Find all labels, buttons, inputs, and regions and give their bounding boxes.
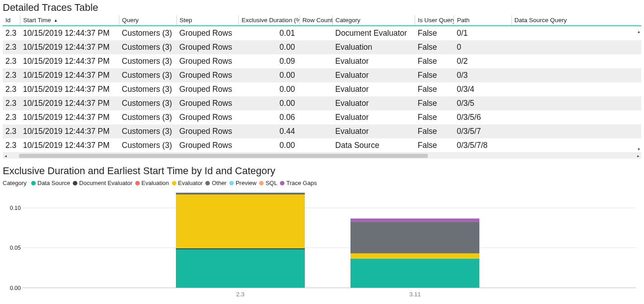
column-header[interactable]: Data Source Query: [511, 15, 641, 26]
legend-item[interactable]: SQL: [259, 180, 277, 186]
legend-label: Preview: [236, 180, 256, 186]
table-cell: 0.09: [239, 54, 299, 68]
x-axis-tick: 3.11: [409, 291, 421, 298]
column-header[interactable]: Step: [177, 15, 239, 26]
traces-table[interactable]: IdStart Time▲QueryStepExclusive Duration…: [3, 15, 641, 152]
table-cell: False: [415, 26, 454, 40]
bar-segment[interactable]: [176, 195, 305, 249]
legend-dot-icon: [172, 181, 176, 185]
table-cell: 2.3: [3, 110, 20, 124]
column-header[interactable]: Is User Query: [415, 15, 454, 26]
table-cell: [511, 124, 641, 138]
table-cell: 10/15/2019 12:44:37 PM: [20, 82, 119, 96]
x-axis-tick: 2.3: [236, 291, 244, 298]
table-row[interactable]: 2.310/15/2019 12:44:37 PMCustomers (3)Gr…: [3, 110, 641, 124]
table-cell: False: [415, 110, 454, 124]
table-cell: 0/3/5: [454, 96, 511, 110]
legend-label: Other: [212, 180, 227, 186]
legend-item[interactable]: Document Evaluator: [73, 180, 133, 186]
chart-title: Exclusive Duration and Earliest Start Ti…: [3, 165, 641, 177]
table-row[interactable]: 2.310/15/2019 12:44:37 PMCustomers (3)Gr…: [3, 138, 641, 152]
bar-segment[interactable]: [350, 253, 479, 259]
table-row[interactable]: 2.310/15/2019 12:44:37 PMCustomers (3)Gr…: [3, 96, 641, 110]
table-cell: [299, 26, 332, 40]
chart-legend: Category Data SourceDocument EvaluatorEv…: [3, 180, 641, 187]
column-header[interactable]: Exclusive Duration (%): [239, 15, 299, 26]
table-cell: 0/3/5/7: [454, 124, 511, 138]
table-cell: Grouped Rows: [177, 124, 239, 138]
legend-item[interactable]: Evaluator: [172, 180, 203, 186]
grid-line: [23, 287, 636, 288]
column-header[interactable]: Start Time▲: [20, 15, 119, 26]
column-header[interactable]: Category: [332, 15, 415, 26]
table-cell: 10/15/2019 12:44:37 PM: [20, 138, 119, 152]
bar-segment[interactable]: [350, 222, 479, 253]
table-cell: 0/1: [454, 26, 511, 40]
table-cell: False: [415, 40, 454, 54]
table-row[interactable]: 2.310/15/2019 12:44:37 PMCustomers (3)Gr…: [3, 82, 641, 96]
legend-dot-icon: [205, 181, 210, 185]
table-cell: Grouped Rows: [177, 110, 239, 124]
table-cell: Evaluator: [332, 54, 415, 68]
table-row[interactable]: 2.310/15/2019 12:44:37 PMCustomers (3)Gr…: [3, 26, 641, 40]
scroll-left-icon[interactable]: ◂: [5, 153, 7, 158]
table-cell: Grouped Rows: [177, 26, 239, 40]
legend-label: Trace Gaps: [286, 180, 317, 186]
table-cell: 2.3: [3, 96, 20, 110]
scroll-up-icon[interactable]: ▴: [638, 29, 640, 34]
table-cell: Evaluator: [332, 82, 415, 96]
legend-item[interactable]: Preview: [229, 180, 256, 186]
table-cell: 0/2: [454, 54, 511, 68]
stacked-bar-chart[interactable]: 0.000.050.10 2.33.11: [3, 192, 641, 301]
horizontal-scrollbar[interactable]: ◂ ▸: [3, 152, 641, 159]
table-cell: [299, 54, 332, 68]
legend-item[interactable]: Data Source: [31, 180, 70, 186]
legend-dot-icon: [229, 181, 234, 185]
table-cell: 0.44: [239, 124, 299, 138]
scroll-thumb[interactable]: [19, 154, 428, 158]
table-cell: [299, 96, 332, 110]
table-cell: 2.3: [3, 26, 20, 40]
bar-segment[interactable]: [176, 193, 305, 195]
legend-item[interactable]: Evaluation: [135, 180, 169, 186]
table-cell: [511, 82, 641, 96]
table-cell: Customers (3): [119, 110, 176, 124]
y-axis-tick: 0.05: [10, 245, 21, 251]
table-row[interactable]: 2.310/15/2019 12:44:37 PMCustomers (3)Gr…: [3, 54, 641, 68]
table-cell: 2.3: [3, 68, 20, 82]
table-row[interactable]: 2.310/15/2019 12:44:37 PMCustomers (3)Gr…: [3, 68, 641, 82]
table-cell: 2.3: [3, 54, 20, 68]
scroll-right-icon[interactable]: ▸: [637, 153, 639, 158]
table-cell: 0/3: [454, 68, 511, 82]
column-header[interactable]: Path: [454, 15, 511, 26]
sort-asc-icon: ▲: [54, 18, 58, 23]
table-cell: Customers (3): [119, 26, 176, 40]
legend-dot-icon: [280, 181, 284, 185]
table-cell: False: [415, 68, 454, 82]
bar-segment[interactable]: [176, 248, 305, 249]
legend-item[interactable]: Trace Gaps: [280, 180, 317, 186]
table-cell: Evaluator: [332, 110, 415, 124]
table-cell: Evaluator: [332, 96, 415, 110]
table-row[interactable]: 2.310/15/2019 12:44:37 PMCustomers (3)Gr…: [3, 40, 641, 54]
table-cell: [299, 124, 332, 138]
bar-segment[interactable]: [176, 249, 305, 287]
legend-item[interactable]: Other: [205, 180, 227, 186]
column-header[interactable]: Id: [3, 15, 20, 26]
bar-segment[interactable]: [350, 218, 479, 223]
table-cell: 10/15/2019 12:44:37 PM: [20, 26, 119, 40]
bar-segment[interactable]: [350, 259, 479, 287]
table-cell: Grouped Rows: [177, 68, 239, 82]
table-cell: 2.3: [3, 40, 20, 54]
table-cell: 0.00: [239, 96, 299, 110]
scroll-down-icon[interactable]: ▾: [638, 147, 640, 152]
table-row[interactable]: 2.310/15/2019 12:44:37 PMCustomers (3)Gr…: [3, 124, 641, 138]
table-cell: Customers (3): [119, 54, 176, 68]
table-cell: 2.3: [3, 138, 20, 152]
table-cell: Customers (3): [119, 124, 176, 138]
column-header[interactable]: Query: [119, 15, 176, 26]
column-header[interactable]: Row Count: [299, 15, 332, 26]
table-cell: 0.00: [239, 82, 299, 96]
table-cell: 0.00: [239, 68, 299, 82]
table-cell: 2.3: [3, 124, 20, 138]
